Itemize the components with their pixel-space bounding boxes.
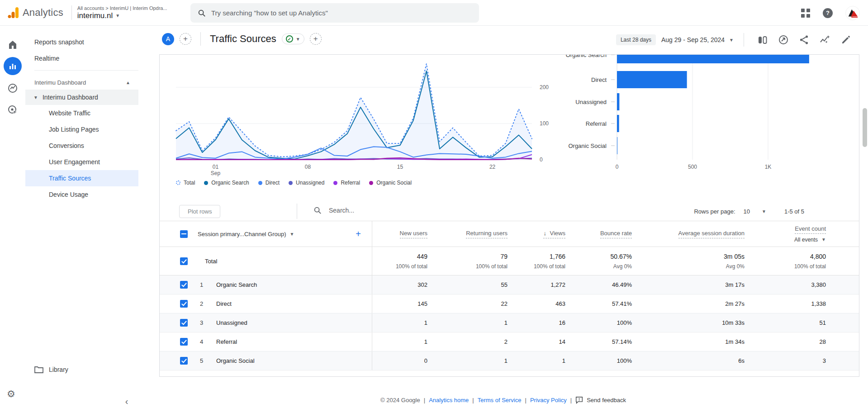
- legend-item-organic-search[interactable]: Organic Search: [204, 180, 249, 186]
- add-workspace-button[interactable]: +: [180, 33, 191, 45]
- column-header-event-count[interactable]: Event countAll events▼: [745, 221, 826, 247]
- column-header-label[interactable]: New users: [400, 230, 427, 238]
- column-header-label[interactable]: Event count: [795, 225, 826, 234]
- row-rank: 4: [200, 338, 206, 345]
- date-range[interactable]: Aug 29 - Sep 25, 2024: [661, 36, 725, 43]
- cell-3: 46.49%: [565, 281, 632, 288]
- date-preset-chip[interactable]: Last 28 days: [616, 34, 656, 45]
- legend-organic-social-dot-icon: [369, 181, 373, 185]
- user-avatar[interactable]: [845, 6, 860, 20]
- legend-item-total[interactable]: Total: [176, 180, 195, 186]
- row-checkbox[interactable]: [180, 357, 188, 365]
- cell-value: 0: [424, 357, 427, 364]
- cell-1: 1: [427, 319, 508, 326]
- legend-item-direct[interactable]: Direct: [258, 180, 280, 186]
- views-bar-chart[interactable]: 05001KOrganic SearchDirectUnassignedRefe…: [544, 55, 834, 176]
- collapse-sidebar-button[interactable]: ‹: [120, 395, 133, 408]
- admin-gear-icon[interactable]: ⚙: [7, 389, 15, 399]
- account-breadcrumb[interactable]: All accounts > InterimU | Interim Opdra.…: [77, 5, 167, 11]
- row-checkbox[interactable]: [180, 319, 188, 327]
- sidebar-item-realtime[interactable]: Realtime: [25, 50, 138, 66]
- column-header-label[interactable]: ↓ Views: [543, 230, 565, 238]
- legend-label: Organic Search: [211, 180, 249, 186]
- benchmark-gauge-icon[interactable]: [778, 34, 789, 45]
- sidebar-item-library[interactable]: Library: [34, 366, 68, 373]
- column-header-bounce-rate[interactable]: Bounce rate: [565, 221, 632, 247]
- add-report-button[interactable]: +: [310, 33, 322, 45]
- sidebar-item-job-listing-pages[interactable]: Job Listing Pages: [25, 121, 138, 138]
- chevron-down-icon: ▼: [33, 95, 38, 100]
- report-title-bar: A + Traffic Sources ✓ ▼ + Last 28 days A…: [138, 26, 868, 54]
- org-grid-icon[interactable]: [801, 9, 810, 18]
- sidebar-item-reports-snapshot[interactable]: Reports snapshot: [25, 34, 138, 50]
- analytics-logo-icon[interactable]: [7, 6, 20, 19]
- svg-text:0: 0: [540, 157, 543, 163]
- property-selector[interactable]: interimu.nl ▼: [77, 11, 167, 20]
- sidebar-item-user-engagement[interactable]: User Engagement: [25, 154, 138, 170]
- column-header-new-users[interactable]: New users: [372, 221, 427, 247]
- plot-rows-button[interactable]: Plot rows: [179, 205, 220, 218]
- compare-icon[interactable]: [757, 34, 768, 45]
- column-header-label[interactable]: Returning users: [466, 230, 508, 238]
- dimension-header-cell: Session primary...Channel Group) ▼ +: [160, 221, 372, 247]
- cell-value: 14: [559, 338, 565, 345]
- footer-link-privacy-policy[interactable]: Privacy Policy: [530, 397, 567, 404]
- svg-text:500: 500: [688, 164, 697, 170]
- svg-text:15: 15: [397, 164, 403, 170]
- sidebar-collection[interactable]: ▼ Interimu Dashboard: [25, 90, 138, 105]
- dimension-header-label[interactable]: Session primary...Channel Group): [198, 231, 286, 237]
- global-search-input[interactable]: Try searching "how to set up Analytics": [190, 3, 479, 23]
- home-icon[interactable]: [7, 39, 18, 50]
- table-row-organic-search: 1Organic Search302551,27246.49%3m 17s3,3…: [160, 275, 859, 294]
- legend-item-unassigned[interactable]: Unassigned: [289, 180, 324, 186]
- rows-per-page-select[interactable]: 10 ▼: [744, 208, 766, 215]
- explore-icon[interactable]: [7, 83, 18, 94]
- svg-text:Direct: Direct: [591, 76, 607, 83]
- select-all-checkbox[interactable]: [180, 230, 188, 238]
- table-search-input[interactable]: Search...: [313, 206, 354, 214]
- insights-icon[interactable]: [820, 34, 830, 45]
- column-header-average-session-duration[interactable]: Average session duration: [632, 221, 745, 247]
- svg-text:Organic Social: Organic Social: [568, 142, 607, 149]
- legend-item-organic-social[interactable]: Organic Social: [369, 180, 412, 186]
- row-rank: 5: [200, 357, 206, 364]
- add-column-button[interactable]: +: [356, 229, 361, 239]
- help-icon[interactable]: ?: [823, 8, 833, 18]
- legend-item-referral[interactable]: Referral: [333, 180, 360, 186]
- workspace-badge[interactable]: A: [162, 33, 174, 45]
- footer-link-terms-of-service[interactable]: Terms of Service: [478, 397, 522, 404]
- event-filter-select[interactable]: All events▼: [794, 237, 826, 243]
- row-checkbox[interactable]: [180, 281, 188, 289]
- row-checkbox[interactable]: [180, 300, 188, 308]
- column-header-views[interactable]: ↓ Views: [508, 221, 565, 247]
- total-value: 50.67%: [611, 253, 632, 260]
- report-saved-badge[interactable]: ✓ ▼: [282, 33, 304, 44]
- page-scrollbar[interactable]: [863, 108, 867, 147]
- send-feedback-button[interactable]: Send feedback: [575, 396, 626, 404]
- sidebar-item-traffic-sources[interactable]: Traffic Sources: [25, 170, 138, 186]
- cell-5: 3: [745, 357, 826, 364]
- total-row-checkbox[interactable]: [180, 257, 188, 265]
- footer-link-analytics-home[interactable]: Analytics home: [429, 397, 469, 404]
- top-app-bar: Analytics All accounts > InterimU | Inte…: [0, 0, 868, 26]
- legend-label: Total: [184, 180, 195, 186]
- sidebar-item-device-usage[interactable]: Device Usage: [25, 186, 138, 203]
- chevron-down-icon[interactable]: ▼: [290, 232, 294, 237]
- column-header-label[interactable]: Average session duration: [678, 230, 745, 238]
- row-checkbox[interactable]: [180, 338, 188, 346]
- rows-per-page-value: 10: [744, 208, 750, 215]
- edit-pencil-icon[interactable]: [840, 34, 851, 45]
- advertising-icon[interactable]: [7, 104, 18, 115]
- total-metric-4: 3m 05sAvg 0%: [632, 247, 745, 275]
- sidebar-item-website-traffic[interactable]: Website Traffic: [25, 105, 138, 121]
- divider: [200, 32, 201, 46]
- sidebar-item-conversions[interactable]: Conversions: [25, 138, 138, 154]
- collection-label: Interimu Dashboard: [43, 94, 98, 101]
- column-header-label[interactable]: Bounce rate: [600, 230, 632, 238]
- column-header-returning-users[interactable]: Returning users: [427, 221, 508, 247]
- reports-nav-icon[interactable]: [4, 57, 22, 75]
- sidebar-section-header[interactable]: Interimu Dashboard ▲: [25, 75, 138, 90]
- chevron-down-icon[interactable]: ▼: [729, 38, 734, 43]
- chevron-down-icon: ▼: [821, 237, 826, 242]
- share-icon[interactable]: [799, 34, 810, 45]
